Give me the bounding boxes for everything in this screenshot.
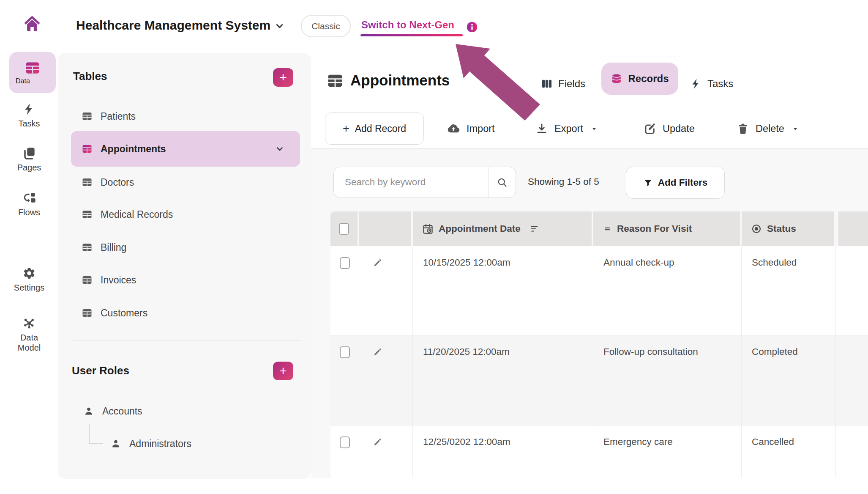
cell-appointment-date[interactable]: 11/20/2025 12:00am bbox=[413, 335, 593, 425]
edit-icon bbox=[644, 122, 656, 135]
filter-icon bbox=[643, 178, 653, 188]
download-icon bbox=[535, 122, 548, 135]
tab-fields[interactable]: Fields bbox=[541, 75, 585, 92]
row-select-cell bbox=[330, 335, 359, 425]
import-button[interactable]: Import bbox=[447, 118, 495, 139]
sidebar: Tables + Patients Appointments Doctors M… bbox=[58, 53, 311, 479]
plus-icon: + bbox=[279, 364, 287, 378]
add-record-button[interactable]: + Add Record bbox=[325, 113, 424, 145]
records-table: Appointment Date Reason For Visit Status… bbox=[330, 211, 868, 478]
rail-item-settings[interactable]: Settings bbox=[0, 266, 58, 293]
cell-appointment-date[interactable]: 10/15/2025 12:00am bbox=[413, 246, 593, 335]
add-record-label: Add Record bbox=[355, 123, 406, 134]
column-header-next bbox=[838, 211, 868, 246]
delete-button[interactable]: Delete bbox=[737, 118, 800, 139]
cell-next bbox=[838, 335, 868, 425]
row-edit-cell bbox=[359, 246, 413, 335]
rail-item-data-model[interactable]: Data Model bbox=[0, 316, 58, 353]
sidebar-item-appointments[interactable]: Appointments bbox=[71, 131, 300, 167]
pencil-icon[interactable] bbox=[372, 347, 383, 358]
tables-section-title: Tables bbox=[73, 70, 107, 83]
search-input[interactable] bbox=[334, 167, 488, 198]
rail-item-pages[interactable]: Pages bbox=[0, 146, 58, 173]
add-filters-button[interactable]: Add Filters bbox=[626, 167, 725, 199]
sidebar-item-billing[interactable]: Billing bbox=[71, 231, 300, 264]
sidebar-item-medical-records[interactable]: Medical Records bbox=[71, 198, 300, 231]
cell-status[interactable]: Scheduled bbox=[742, 246, 836, 335]
row-checkbox[interactable] bbox=[340, 436, 350, 448]
row-select-cell bbox=[330, 425, 359, 478]
switch-to-nextgen-link[interactable]: Switch to Next-Gen bbox=[361, 19, 454, 31]
row-checkbox[interactable] bbox=[340, 257, 350, 269]
row-checkbox[interactable] bbox=[340, 346, 350, 358]
home-button[interactable] bbox=[22, 14, 42, 34]
toolbar-divider bbox=[311, 148, 868, 149]
rail-item-data[interactable]: Data bbox=[9, 52, 56, 93]
update-button[interactable]: Update bbox=[644, 118, 695, 139]
update-label: Update bbox=[663, 123, 695, 134]
app-title: Healthcare Management System bbox=[76, 18, 270, 33]
sidebar-item-label: Accounts bbox=[102, 406, 142, 417]
tab-label: Fields bbox=[558, 78, 585, 90]
sidebar-item-label: Appointments bbox=[101, 143, 166, 155]
export-button[interactable]: Export bbox=[535, 118, 599, 139]
tab-tasks[interactable]: Tasks bbox=[690, 75, 733, 92]
table-icon bbox=[82, 144, 92, 154]
cell-status[interactable]: Cancelled bbox=[742, 425, 836, 478]
trash-icon bbox=[737, 122, 749, 135]
sidebar-item-administrators[interactable]: Administrators bbox=[71, 427, 300, 460]
app-window: Healthcare Management System Classic Swi… bbox=[0, 0, 868, 494]
search-icon bbox=[497, 177, 508, 188]
search-submit-button[interactable] bbox=[489, 167, 516, 198]
table-icon bbox=[82, 275, 92, 285]
column-header-reason-for-visit[interactable]: Reason For Visit bbox=[593, 211, 742, 246]
add-table-button[interactable]: + bbox=[273, 68, 293, 87]
sidebar-item-accounts[interactable]: Accounts bbox=[71, 395, 300, 428]
sidebar-divider bbox=[73, 470, 300, 470]
pencil-icon[interactable] bbox=[372, 437, 383, 448]
cell-next bbox=[838, 246, 868, 335]
rail-label-settings: Settings bbox=[12, 283, 46, 293]
rail-item-tasks[interactable]: Tasks bbox=[0, 102, 58, 129]
cell-reason[interactable]: Annual check-up bbox=[593, 246, 742, 335]
add-role-button[interactable]: + bbox=[273, 362, 293, 380]
page-title: Appointments bbox=[350, 72, 450, 89]
sidebar-item-invoices[interactable]: Invoices bbox=[71, 263, 300, 296]
database-icon bbox=[611, 73, 622, 85]
rail-label-data-model: Data Model bbox=[12, 332, 46, 353]
tab-records[interactable]: Records bbox=[601, 63, 678, 95]
edit-column-header bbox=[359, 211, 413, 246]
add-filters-label: Add Filters bbox=[658, 177, 708, 188]
panel-divider bbox=[311, 57, 868, 57]
table-icon bbox=[82, 177, 92, 187]
rail-item-flows[interactable]: Flows bbox=[0, 191, 58, 217]
info-icon[interactable] bbox=[466, 21, 478, 33]
select-all-checkbox[interactable] bbox=[339, 223, 349, 235]
sidebar-item-patients[interactable]: Patients bbox=[71, 100, 300, 133]
column-header-status[interactable]: Status bbox=[742, 211, 836, 246]
column-label: Status bbox=[767, 223, 796, 234]
cell-reason[interactable]: Emergency care bbox=[593, 425, 742, 478]
home-icon bbox=[22, 14, 42, 34]
app-switcher-chevron-icon[interactable] bbox=[274, 20, 285, 32]
chevron-down-icon[interactable] bbox=[275, 144, 285, 154]
column-header-appointment-date[interactable]: Appointment Date bbox=[413, 211, 593, 246]
cloud-upload-icon bbox=[447, 122, 460, 135]
table-icon bbox=[327, 73, 344, 89]
sidebar-item-label: Administrators bbox=[129, 438, 191, 450]
equals-icon bbox=[603, 224, 612, 233]
sort-icon[interactable] bbox=[530, 224, 540, 234]
switch-link-underline bbox=[360, 34, 463, 36]
sidebar-item-doctors[interactable]: Doctors bbox=[71, 166, 300, 199]
row-edit-cell bbox=[359, 425, 413, 478]
pencil-icon[interactable] bbox=[372, 258, 383, 269]
rail-label-tasks: Tasks bbox=[12, 118, 46, 129]
cell-appointment-date[interactable]: 12/25/0202 12:00am bbox=[413, 425, 593, 478]
caret-down-icon bbox=[590, 124, 599, 133]
row-select-cell bbox=[330, 246, 359, 335]
export-label: Export bbox=[554, 123, 583, 134]
sidebar-item-label: Doctors bbox=[101, 177, 134, 188]
cell-status[interactable]: Completed bbox=[742, 335, 836, 425]
sidebar-item-customers[interactable]: Customers bbox=[71, 296, 300, 329]
cell-reason[interactable]: Follow-up consultation bbox=[593, 335, 742, 425]
